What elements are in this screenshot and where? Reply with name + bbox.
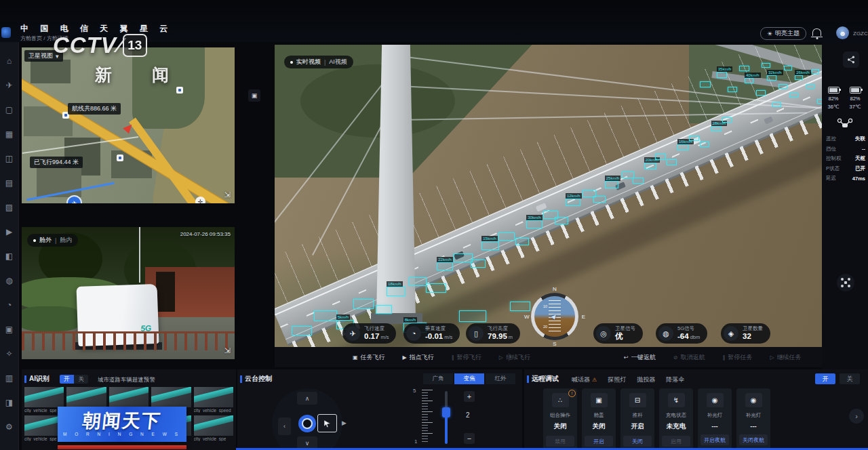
flight-action-button[interactable]: ▷ 继续飞行 <box>499 353 530 362</box>
ai-detection-box <box>728 87 737 92</box>
flight-action-button[interactable]: ⊘ 取消返航 <box>673 353 705 362</box>
theme-toggle-button[interactable]: ☀ 明亮主题 <box>760 27 806 40</box>
sidebar-icon[interactable]: ◨ <box>5 398 13 407</box>
camera-expand-icon[interactable]: ⇲ <box>224 346 231 355</box>
ai-thumbnail-image[interactable] <box>151 415 191 436</box>
gimbal-lens-tab[interactable]: 变焦 <box>454 373 484 384</box>
sidebar-icon[interactable]: ▥ <box>5 374 13 382</box>
zoom-scale-min: 1 <box>414 438 417 445</box>
ai-thumbnail-image[interactable] <box>151 387 191 407</box>
ai-filter-dropdown[interactable]: 城市道路车辆超速预警 <box>98 376 155 384</box>
ai-thumbnail-image[interactable] <box>109 387 149 407</box>
ai-detection-box <box>510 302 530 311</box>
tab-cabin-inside[interactable]: 舱内 <box>60 236 72 245</box>
remote-menu-item[interactable]: 探照灯 <box>608 375 626 384</box>
remote-card-action-button[interactable]: 关闭 <box>623 436 652 447</box>
tab-live-video[interactable]: 实时视频 <box>296 58 321 66</box>
sidebar-icon[interactable]: ▨ <box>5 203 13 211</box>
main-video-view[interactable]: 5km/h 18km/h 8km/h 22km/h <box>275 45 834 347</box>
gimbal-lens-tab[interactable]: 红外 <box>486 373 515 384</box>
gimbal-up-button[interactable]: ∧ <box>297 392 317 405</box>
tab-cabin-outside[interactable]: 舱外 <box>39 236 52 245</box>
sidebar-icon[interactable]: ◍ <box>5 277 12 285</box>
remote-card-action-button[interactable]: 开启夜航 <box>701 434 729 445</box>
flight-action-button[interactable]: ∥ 暂停任务 <box>722 353 752 362</box>
ai-thumbnail[interactable]: city_vehicle_spe <box>66 415 106 441</box>
share-button[interactable] <box>843 52 859 68</box>
ai-thumbnail-image[interactable] <box>24 415 64 436</box>
ai-thumbnail[interactable]: city_vehicle_spe <box>151 415 191 441</box>
gimbal-center-button[interactable] <box>298 415 316 432</box>
drone-status-rows: 遥控 失联 挡位 -- 控制权 天枢 P状态 已开 延迟 47ms <box>826 136 865 182</box>
ai-thumbnail-image[interactable] <box>66 387 106 407</box>
flight-action-button[interactable]: ▣ 任务飞行 <box>353 353 385 362</box>
remote-menu-item[interactable]: 降落伞 <box>666 375 684 384</box>
flight-action-button[interactable]: ↩ 一键返航 <box>624 353 656 362</box>
map-panel[interactable]: ✈ ✛ 卫星视图 ▾ 航线共886.66 米 已飞行994.44 米 ⇲ <box>22 47 235 203</box>
ai-thumbnail[interactable]: city_vehicle_spe <box>24 415 64 441</box>
sidebar-icon[interactable]: ▶ <box>6 228 12 236</box>
map-view-switch[interactable]: 卫星视图 ▾ <box>24 50 63 62</box>
ai-thumbnail[interactable]: city_vehicle_spe <box>109 387 149 413</box>
map-expand-icon[interactable]: ⇲ <box>224 190 231 199</box>
camera-view-switch[interactable]: 舱外 | 舱内 <box>27 234 78 247</box>
remote-card-action-button[interactable]: 启用 <box>662 436 690 447</box>
ai-toggle-on[interactable]: 开 <box>60 375 74 384</box>
ai-thumbnail[interactable]: city_vehicle_spe <box>109 415 149 441</box>
ai-thumbnail-image[interactable] <box>24 387 64 407</box>
sidebar-icon[interactable]: ✧ <box>5 350 12 358</box>
sidebar-icon[interactable]: ▦ <box>5 130 13 138</box>
ai-detection-box <box>778 84 787 89</box>
sidebar-icon[interactable]: ✈ <box>5 81 12 89</box>
panel-collapse-button[interactable]: ▣ <box>248 89 260 102</box>
avatar[interactable]: ☻ <box>836 26 849 39</box>
ai-thumbnail-image[interactable] <box>66 415 106 436</box>
sidebar-icon[interactable]: ▣ <box>5 325 13 333</box>
flight-action-button[interactable]: ∥ 暂停飞行 <box>452 353 481 362</box>
zoom-in-button[interactable]: + <box>464 391 475 402</box>
sidebar-icon[interactable]: ◔ <box>7 301 12 309</box>
ai-thumbnail-image[interactable] <box>109 415 149 436</box>
cabin-camera-panel[interactable]: 5G 舱外 | 舱内 2024-07-26 09:53:35 ⇲ <box>22 227 235 359</box>
drone-mode-button[interactable] <box>837 274 854 291</box>
sidebar-icon[interactable]: ▤ <box>5 179 13 187</box>
gimbal-lens-tab[interactable]: 广角 <box>423 373 453 384</box>
gimbal-right-button[interactable] <box>317 414 337 432</box>
sidebar-icon[interactable]: ◫ <box>5 155 13 163</box>
ai-thumbnail[interactable]: city_vehicle_spe <box>66 387 106 413</box>
gimbal-left-button[interactable]: ‹ <box>278 417 291 435</box>
remote-next-arrow[interactable]: › <box>849 409 864 424</box>
sidebar-icon[interactable]: ◧ <box>5 252 13 260</box>
ai-thumbnail-image[interactable] <box>194 387 233 407</box>
sidebar-icon[interactable]: ⚙ <box>5 423 13 431</box>
stream-switch[interactable]: 实时视频 | AI视频 <box>284 56 353 68</box>
remote-toggle-off[interactable]: 关 <box>840 373 860 384</box>
map-locate-control[interactable]: ✛ <box>195 197 205 203</box>
notification-bell-icon[interactable] <box>812 28 821 36</box>
ai-thumbnail[interactable]: city_vehicle_speed <box>194 387 233 413</box>
sidebar-icon[interactable]: ▢ <box>5 106 13 114</box>
breadcrumb[interactable]: 方舱首页 / 方舱详情 <box>20 35 68 42</box>
remote-card: ◉ 补光灯 --- 开启夜航 <box>698 388 732 450</box>
flight-action-button[interactable]: ▶ 指点飞行 <box>403 353 434 362</box>
tab-ai-video[interactable]: AI视频 <box>329 58 347 66</box>
ai-toggle-off[interactable]: 关 <box>74 375 88 384</box>
zoom-slider-thumb[interactable] <box>442 407 450 417</box>
ai-thumbnail[interactable]: city_vehicle_spe <box>24 387 64 413</box>
ai-thumbnail[interactable]: city_vehicle_spe <box>194 415 233 441</box>
zoom-out-button[interactable]: − <box>464 433 475 444</box>
gimbal-more-arrow[interactable]: ▶ <box>342 420 347 426</box>
sidebar-icon[interactable]: ⌂ <box>7 57 12 65</box>
flight-action-button[interactable]: ▷ 继续任务 <box>770 353 801 362</box>
remote-menu-item[interactable]: 抛投器 <box>637 375 655 384</box>
remote-toggle-on[interactable]: 开 <box>815 373 835 384</box>
remote-card-action-button[interactable]: 开启 <box>585 436 613 447</box>
sun-icon: ☀ <box>767 30 772 37</box>
remote-card-action-button[interactable]: 关闭夜航 <box>739 434 768 445</box>
remote-menu-item[interactable]: 喊话器 ⚠ <box>572 375 597 384</box>
remote-card-action-button[interactable]: 禁用 <box>546 436 574 447</box>
flight-action-icon: ⊘ <box>673 354 678 361</box>
ai-thumbnail-image[interactable] <box>194 415 233 436</box>
status-row: 挡位 -- <box>826 146 865 152</box>
ai-thumbnail[interactable]: city_vehicle_spe <box>151 387 191 413</box>
